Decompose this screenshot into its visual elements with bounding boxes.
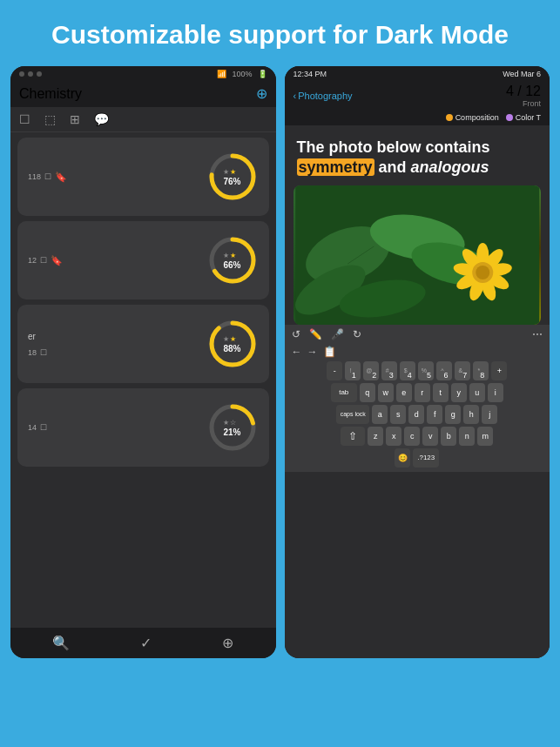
key-plus[interactable]: +: [491, 361, 507, 380]
key-shift[interactable]: ⇧: [341, 427, 365, 446]
tag-composition[interactable]: Composition: [446, 113, 499, 122]
key-u[interactable]: u: [469, 383, 485, 402]
card-2-copy-icon: ☐: [40, 256, 47, 265]
card-text-main: The photo below contains: [297, 138, 490, 156]
key-t[interactable]: t: [433, 383, 449, 402]
key-n[interactable]: n: [459, 427, 475, 446]
key-symbols[interactable]: .?123: [413, 448, 439, 468]
kb-row-2: caps lock a s d f g h j: [287, 405, 549, 424]
card-3-label: ★ ★ 88%: [223, 335, 240, 353]
tag-color-label: Color T: [516, 113, 541, 122]
key-x[interactable]: x: [386, 427, 401, 446]
key-m[interactable]: m: [477, 427, 493, 446]
card-2-count: 12: [28, 256, 37, 265]
key-i[interactable]: i: [488, 383, 503, 402]
toolbar-icon-2[interactable]: ⬚: [44, 112, 56, 126]
kb-pencil-icon[interactable]: ✏️: [309, 328, 322, 340]
side-label: Front: [506, 99, 541, 108]
key-3[interactable]: #3: [381, 361, 397, 380]
kb-row-0: - !1 @2 #3 $4 %5 ^6 &7 *8 +: [287, 361, 549, 380]
card-3-text: er: [28, 332, 47, 341]
panels-container: 📶 100% 🔋 Chemistry ⊕ ☐ ⬚ ⊞ 💬 118 ☐ 🔖: [0, 66, 560, 658]
dot-3: [37, 71, 42, 77]
key-q[interactable]: q: [360, 383, 375, 402]
card-2-bookmark: 🔖: [51, 255, 63, 266]
kb-undo-icon[interactable]: ↺: [292, 328, 300, 340]
kb-row-3: ⇧ z x c v b n m: [287, 427, 549, 446]
key-tab[interactable]: tab: [331, 383, 357, 402]
kb-tools-right: ⋯: [532, 328, 543, 340]
key-j[interactable]: j: [482, 405, 497, 424]
key-8[interactable]: *8: [473, 361, 489, 380]
key-s[interactable]: s: [390, 405, 406, 424]
bottom-plus-icon[interactable]: ⊕: [222, 635, 233, 651]
right-tags: Composition Color T: [285, 111, 550, 125]
key-f[interactable]: f: [427, 405, 442, 424]
key-v[interactable]: v: [422, 427, 438, 446]
card-1-stats: 118 ☐ 🔖: [28, 172, 67, 183]
kb-arrow-right-icon[interactable]: →: [307, 346, 318, 358]
bottom-check-icon[interactable]: ✓: [140, 635, 152, 651]
back-button[interactable]: ‹ Photography: [293, 91, 353, 101]
card-2-label: ★ ★ 66%: [223, 252, 240, 270]
card-4-count: 14: [28, 423, 37, 432]
key-b[interactable]: b: [441, 427, 456, 446]
card-4-stats: 14 ☐: [28, 423, 47, 432]
key-2[interactable]: @2: [363, 361, 379, 380]
dot-1: [19, 71, 24, 77]
key-4[interactable]: $4: [400, 361, 415, 380]
key-7[interactable]: &7: [455, 361, 470, 380]
right-nav-bar: ‹ Photography 4 / 12 Front: [285, 82, 550, 111]
header-title: Customizable support for Dark Mode: [35, 19, 525, 50]
left-bottom-bar: 🔍 ✓ ⊕: [10, 628, 276, 658]
tag-color[interactable]: Color T: [506, 113, 541, 122]
kb-rotate-icon[interactable]: ↻: [353, 328, 361, 340]
toolbar-icon-1[interactable]: ☐: [19, 112, 30, 126]
card-item-4[interactable]: 14 ☐ ★ ☆ 21%: [17, 388, 269, 467]
toolbar-icon-4[interactable]: 💬: [94, 112, 109, 126]
key-h[interactable]: h: [463, 405, 479, 424]
bottom-search-icon[interactable]: 🔍: [52, 635, 70, 651]
right-status-bar: 12:34 PM Wed Mar 6: [285, 66, 550, 82]
left-action-icon[interactable]: ⊕: [256, 85, 267, 102]
key-dash[interactable]: -: [327, 361, 342, 380]
card-item-3[interactable]: er 18 ☐ ★ ★ 88%: [17, 305, 269, 383]
key-z[interactable]: z: [368, 427, 383, 446]
key-r[interactable]: r: [415, 383, 430, 402]
key-w[interactable]: w: [378, 383, 394, 402]
key-1[interactable]: !1: [345, 361, 361, 380]
key-y[interactable]: y: [451, 383, 467, 402]
left-panel: 📶 100% 🔋 Chemistry ⊕ ☐ ⬚ ⊞ 💬 118 ☐ 🔖: [10, 66, 276, 658]
keyboard-area: - !1 @2 #3 $4 %5 ^6 &7 *8 + tab q w e: [285, 360, 550, 472]
key-6[interactable]: ^6: [436, 361, 452, 380]
left-app-title: Chemistry: [19, 86, 82, 102]
kb-row-bottom: 😊 .?123: [287, 448, 549, 468]
key-a[interactable]: a: [372, 405, 388, 424]
left-dots: [19, 71, 42, 77]
dot-2: [28, 71, 33, 77]
card-1-count: 118: [28, 172, 41, 181]
battery-percent: 100%: [232, 70, 252, 78]
key-d[interactable]: d: [408, 405, 424, 424]
keyboard-toolbar: ↺ ✏️ 🎤 ↻ ⋯: [285, 325, 550, 344]
card-item-2[interactable]: 12 ☐ 🔖 ★ ★ 66%: [17, 221, 269, 299]
key-capslock[interactable]: caps lock: [336, 405, 369, 424]
key-5[interactable]: %5: [418, 361, 434, 380]
kb-more-icon[interactable]: ⋯: [532, 328, 543, 340]
kb-arrow-left-icon[interactable]: ←: [292, 346, 302, 358]
right-panel: 12:34 PM Wed Mar 6 ‹ Photography 4 / 12 …: [285, 66, 550, 658]
key-c[interactable]: c: [404, 427, 420, 446]
key-g[interactable]: g: [445, 405, 461, 424]
flower-image: [293, 185, 542, 325]
toolbar-icon-3[interactable]: ⊞: [70, 112, 80, 126]
page-count: 4 / 12: [506, 84, 541, 99]
card-item-1[interactable]: 118 ☐ 🔖 ★ ★ 76%: [17, 138, 269, 216]
nav-right: 4 / 12 Front: [506, 84, 541, 108]
key-emoji[interactable]: 😊: [395, 448, 410, 468]
kb-row-1: tab q w e r t y u i: [287, 383, 549, 402]
keyboard-undo-row: ← → 📋: [285, 344, 550, 360]
kb-mic-icon[interactable]: 🎤: [331, 328, 344, 340]
kb-clipboard-icon[interactable]: 📋: [323, 346, 336, 358]
tag-composition-dot: [446, 114, 453, 121]
key-e[interactable]: e: [396, 383, 412, 402]
